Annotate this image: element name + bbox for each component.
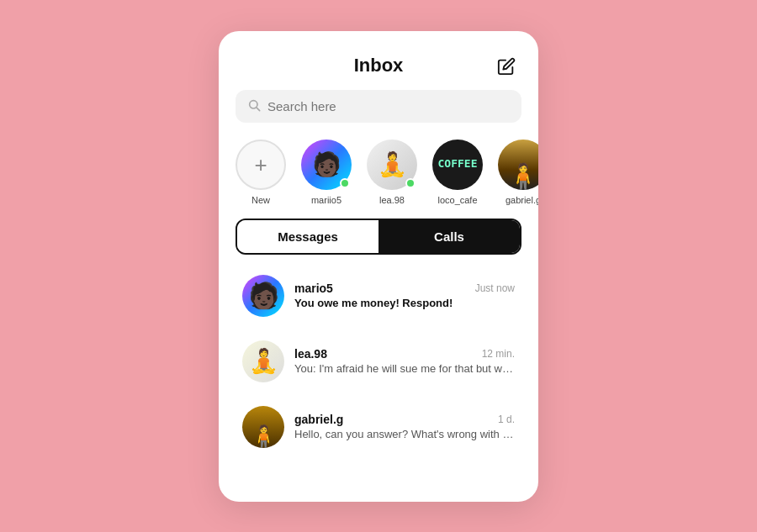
online-indicator-lea98 xyxy=(405,178,416,188)
compose-button[interactable] xyxy=(495,55,518,78)
story-avatar-loco-cafe: COFFEE xyxy=(432,140,483,190)
inbox-card: Inbox + New xyxy=(219,31,538,502)
tab-messages[interactable]: Messages xyxy=(237,220,378,253)
tab-calls[interactable]: Calls xyxy=(378,220,520,253)
message-preview-lea98: You: I'm afraid he will sue me for that … xyxy=(294,362,515,375)
svg-point-0 xyxy=(250,100,257,108)
svg-line-1 xyxy=(257,108,259,110)
message-preview-mario5: You owe me money! Respond! xyxy=(294,297,515,309)
story-item-new[interactable]: + New xyxy=(236,140,286,205)
story-item-gabriel-g[interactable]: 🧍 gabriel.g xyxy=(498,140,538,205)
story-item-loco-cafe[interactable]: COFFEE loco_cafe xyxy=(432,140,483,205)
message-avatar-mario5: 🧑🏿 xyxy=(242,275,284,317)
message-name-lea98: lea.98 xyxy=(294,347,327,361)
story-label-gabriel-g: gabriel.g xyxy=(506,195,538,205)
message-time-lea98: 12 min. xyxy=(482,348,515,360)
message-avatar-gabriel-g: 🧍 xyxy=(242,406,284,448)
message-name-mario5: mario5 xyxy=(294,282,333,295)
message-content-lea98: lea.98 12 min. You: I'm afraid he will s… xyxy=(294,347,515,375)
message-header-lea98: lea.98 12 min. xyxy=(294,347,515,361)
message-item-mario5[interactable]: 🧑🏿 mario5 Just now You owe me money! Res… xyxy=(232,265,525,327)
search-icon xyxy=(247,98,261,114)
message-time-gabriel-g: 1 d. xyxy=(498,413,515,425)
message-avatar-lea98: 🧘 xyxy=(242,340,284,382)
message-content-mario5: mario5 Just now You owe me money! Respon… xyxy=(294,282,515,309)
story-label-new: New xyxy=(251,195,270,205)
search-bar xyxy=(236,90,521,123)
message-name-gabriel-g: gabriel.g xyxy=(294,413,343,426)
stories-container: + New 🧑🏿 mariio5 🧘 lea.98 xyxy=(219,136,538,219)
messages-list: 🧑🏿 mario5 Just now You owe me money! Res… xyxy=(219,265,538,458)
search-input[interactable] xyxy=(267,99,510,113)
message-header-mario5: mario5 Just now xyxy=(294,282,515,295)
header: Inbox xyxy=(219,31,538,90)
story-label-lea98: lea.98 xyxy=(379,195,405,205)
story-item-lea98[interactable]: 🧘 lea.98 xyxy=(367,140,417,205)
message-content-gabriel-g: gabriel.g 1 d. Hello, can you answer? Wh… xyxy=(294,413,515,440)
tab-switcher: Messages Calls xyxy=(236,219,521,255)
message-item-gabriel-g[interactable]: 🧍 gabriel.g 1 d. Hello, can you answer? … xyxy=(232,396,525,458)
story-item-mariio5[interactable]: 🧑🏿 mariio5 xyxy=(301,140,352,205)
online-indicator-mariio5 xyxy=(340,178,350,188)
search-container xyxy=(219,90,538,136)
story-avatar-gabriel-g: 🧍 xyxy=(498,140,538,190)
compose-icon xyxy=(497,57,516,76)
story-label-loco-cafe: loco_cafe xyxy=(437,195,477,205)
story-avatar-lea98: 🧘 xyxy=(367,140,417,190)
story-avatar-mariio5: 🧑🏿 xyxy=(301,140,352,190)
new-story-avatar: + xyxy=(236,140,286,190)
message-time-mario5: Just now xyxy=(475,282,515,294)
message-header-gabriel-g: gabriel.g 1 d. xyxy=(294,413,515,426)
page-title: Inbox xyxy=(354,55,404,76)
story-label-mariio5: mariio5 xyxy=(311,195,341,205)
message-item-lea98[interactable]: 🧘 lea.98 12 min. You: I'm afraid he will… xyxy=(232,330,525,392)
message-preview-gabriel-g: Hello, can you answer? What's wrong with… xyxy=(294,428,515,440)
